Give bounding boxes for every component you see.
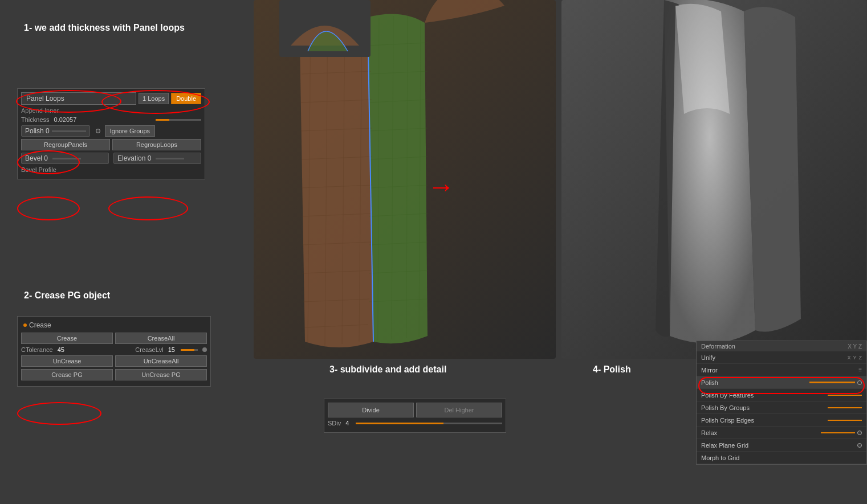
red-oval-crease-pg bbox=[17, 402, 101, 425]
crease-header-label: Crease bbox=[29, 321, 51, 329]
step4-label: 4- Polish bbox=[593, 364, 631, 375]
relax-control bbox=[821, 431, 862, 435]
panel-loops-title[interactable]: Panel Loops bbox=[21, 92, 136, 105]
uncrease-all-btn[interactable]: UnCreaseAll bbox=[115, 355, 207, 367]
deformation-icons: X Y Z bbox=[848, 343, 862, 350]
arrow-indicator: → bbox=[428, 171, 455, 202]
del-higher-btn[interactable]: Del Higher bbox=[416, 403, 502, 417]
viewport-top-mesh bbox=[279, 0, 371, 57]
polish-dot bbox=[96, 129, 100, 133]
bevel-label: Bevel 0 bbox=[25, 154, 48, 162]
red-oval-bevel bbox=[17, 196, 80, 220]
ignore-groups-btn[interactable]: Ignore Groups bbox=[105, 125, 155, 137]
relax-plane-control bbox=[857, 443, 862, 448]
polish-features-control bbox=[828, 395, 862, 396]
divide-btn[interactable]: Divide bbox=[328, 403, 414, 417]
regroup-panels-btn[interactable]: RegroupPanels bbox=[21, 139, 110, 150]
regroup-loops-btn[interactable]: RegroupLoops bbox=[112, 139, 201, 150]
polish-crisp-label: Polish Crisp Edges bbox=[701, 417, 754, 424]
unify-label: Unify bbox=[701, 354, 715, 361]
uncrease-btn[interactable]: UnCrease bbox=[21, 355, 113, 367]
polish-crisp-control bbox=[828, 420, 862, 421]
step3-label: 3- subdivide and add detail bbox=[329, 364, 446, 375]
append-inner-label: Append Inner bbox=[21, 107, 201, 114]
elevation-label: Elevation 0 bbox=[117, 154, 151, 162]
deformation-row-polish-features[interactable]: Polish By Features bbox=[697, 389, 866, 401]
double-button[interactable]: Double bbox=[171, 93, 201, 104]
deformation-panel: Deformation X Y Z Unify X Y Z Mirror ≡ P… bbox=[696, 341, 867, 465]
loops-count: 1 Loops bbox=[139, 93, 169, 104]
polish-label: Polish 0 bbox=[25, 127, 50, 135]
crease-all-btn[interactable]: CreaseAll bbox=[115, 333, 207, 344]
polish-control[interactable]: Polish 0 bbox=[21, 125, 90, 137]
bevel-profile-label: Bevel Profile bbox=[21, 166, 56, 173]
viewport-smooth bbox=[561, 0, 866, 359]
ctolerance-value: 45 bbox=[58, 346, 64, 353]
relax-label: Relax bbox=[701, 429, 717, 436]
deformation-row-mirror[interactable]: Mirror ≡ bbox=[697, 364, 866, 376]
step2-label: 2- Crease PG object bbox=[24, 290, 110, 301]
deformation-title: Deformation bbox=[701, 343, 735, 350]
red-oval-elevation bbox=[108, 196, 188, 220]
step1-label: 1- we add thickness with Panel loops bbox=[24, 23, 185, 33]
polish-deform-label: Polish bbox=[701, 379, 718, 386]
mirror-icons: ≡ bbox=[858, 367, 862, 373]
polish-groups-control bbox=[828, 407, 862, 408]
crease-lvl-value: 15 bbox=[168, 346, 175, 353]
deformation-row-unify[interactable]: Unify X Y Z bbox=[697, 351, 866, 364]
deformation-row-morph[interactable]: Morph to Grid bbox=[697, 452, 866, 464]
unify-icons: X Y Z bbox=[847, 355, 862, 360]
thickness-value: 0.02057 bbox=[54, 116, 77, 123]
crease-pg-btn[interactable]: Crease PG bbox=[21, 369, 113, 380]
polish-deform-control bbox=[809, 380, 862, 385]
morph-label: Morph to Grid bbox=[701, 454, 739, 461]
crease-btn[interactable]: Crease bbox=[21, 333, 113, 344]
bevel-control[interactable]: Bevel 0 bbox=[21, 153, 109, 164]
deformation-row-polish-groups[interactable]: Polish By Groups bbox=[697, 401, 866, 414]
deformation-row-polish[interactable]: Polish bbox=[697, 376, 866, 389]
elevation-control[interactable]: Elevation 0 bbox=[113, 153, 201, 164]
deformation-row-relax[interactable]: Relax bbox=[697, 427, 866, 439]
polish-groups-label: Polish By Groups bbox=[701, 404, 750, 411]
sdiv-label: SDiv bbox=[328, 420, 341, 427]
subdivide-panel: Divide Del Higher SDiv 4 bbox=[324, 399, 506, 433]
sdiv-value: 4 bbox=[345, 420, 349, 427]
deformation-row-relax-plane[interactable]: Relax Plane Grid bbox=[697, 439, 866, 452]
deformation-header: Deformation X Y Z bbox=[697, 341, 866, 351]
panel-loops-panel: Panel Loops 1 Loops Double Append Inner … bbox=[17, 88, 205, 179]
polish-features-label: Polish By Features bbox=[701, 392, 754, 399]
crease-orange-dot bbox=[23, 323, 27, 327]
thickness-label: Thickness bbox=[21, 116, 50, 123]
uncrease-pg-btn[interactable]: UnCrease PG bbox=[115, 369, 207, 380]
deformation-row-polish-crisp[interactable]: Polish Crisp Edges bbox=[697, 414, 866, 427]
relax-plane-label: Relax Plane Grid bbox=[701, 442, 748, 449]
crease-lvl-label: CreaseLvl bbox=[135, 346, 164, 353]
crease-panel: Crease Crease CreaseAll CTolerance 45 Cr… bbox=[17, 316, 211, 387]
ctolerance-label: CTolerance bbox=[21, 346, 53, 353]
mirror-label: Mirror bbox=[701, 367, 718, 374]
